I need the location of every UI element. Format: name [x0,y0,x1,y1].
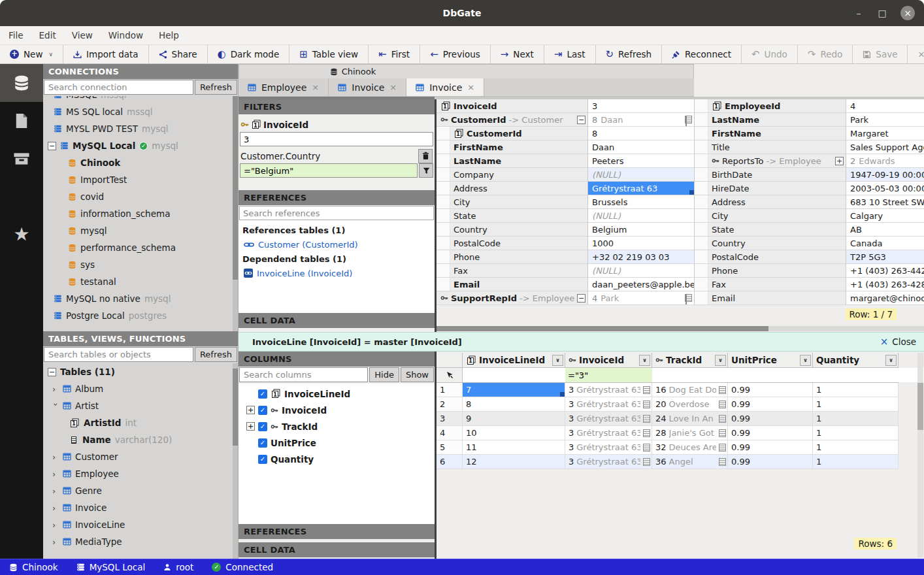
form-value-cell[interactable]: 1000 [588,237,695,250]
first-button[interactable]: ⇤First [369,45,420,63]
form-label-cell[interactable]: City [437,195,588,209]
connection-item[interactable]: performance_schema [43,239,238,256]
grid-cell[interactable]: 0.99 [728,397,813,412]
tab-invoice[interactable]: Invoice× [329,78,406,96]
table-item[interactable]: 1ArtistIdint [43,414,238,431]
grid-cell[interactable]: 3Grétrystraat 63 [565,426,652,440]
table-item[interactable]: −Tables (11) [43,363,238,380]
grid-cell[interactable]: 3Grétrystraat 63 [565,440,652,455]
connection-item[interactable]: mysql [43,222,238,239]
table-view-button[interactable]: ⊞Table view [289,45,369,63]
grid-cell[interactable]: 1 [813,455,899,469]
form-label-cell[interactable]: Address [437,182,588,195]
form-value-cell[interactable]: Sales Support Agent [846,140,924,154]
form-value-cell[interactable]: +32 02 219 03 03 [588,250,695,264]
grid-column-header[interactable]: InvoiceId∨ [565,353,652,368]
form-label-cell[interactable]: Phone [695,264,846,278]
hide-columns-button[interactable]: Hide [369,367,399,382]
menu-edit[interactable]: Edit [39,30,56,41]
tables-scrollbar[interactable] [233,363,238,559]
table-item[interactable]: ›Customer [43,448,238,465]
connection-item[interactable]: testanal [43,273,238,290]
tab-employee[interactable]: Employee× [239,78,329,96]
close-tab-icon[interactable]: × [312,82,319,92]
column-toggle-item[interactable]: ✓UnitPrice [242,435,431,451]
menu-help[interactable]: Help [159,30,179,41]
form-horizontal-scrollbar[interactable] [437,326,924,331]
form-label-cell[interactable]: State [437,209,588,223]
form-value-cell[interactable]: Belgium [588,223,695,237]
grid-cell[interactable]: 1 [813,412,899,426]
close-detail-button[interactable]: × Close [880,336,916,348]
grid-scrollbar[interactable] [917,353,923,557]
close-tab-icon[interactable]: × [389,82,397,92]
table-item[interactable]: ›MediaType [43,533,238,550]
column-menu-icon[interactable]: ∨ [715,355,726,366]
form-label-cell[interactable]: LastName [695,113,846,127]
form-value-cell[interactable]: margaret@chinoo [846,291,924,305]
form-label-cell[interactable]: 1EmployeeId [695,99,846,113]
lower-cell-data-header[interactable]: CELL DATA [239,542,435,557]
form-label-cell[interactable]: 1InvoiceId [437,99,588,113]
grid-cell[interactable]: 0.99 [728,426,813,440]
connection-item[interactable]: MSSQLmssql [43,96,238,103]
search-tables-input[interactable] [44,347,193,362]
grid-cell[interactable]: 3Grétrystraat 63 [565,412,652,426]
status-mysql-local[interactable]: MySQL Local [76,562,146,572]
grid-cell[interactable]: 12 [463,455,565,469]
form-label-cell[interactable]: PostalCode [437,237,588,250]
grid-cell[interactable]: 0.99 [728,455,813,469]
new-button[interactable]: +New∨ [0,45,63,63]
checkbox-checked-icon[interactable]: ✓ [258,389,267,399]
chevron-right-icon[interactable]: › [52,486,59,496]
chevron-right-icon[interactable]: › [52,384,59,394]
form-label-cell[interactable]: Address [695,195,846,209]
form-value-cell[interactable]: T2P 5G3 [846,250,924,264]
checkbox-checked-icon[interactable]: ✓ [258,422,267,431]
form-value-cell[interactable]: 4 [846,99,924,113]
checkbox-checked-icon[interactable]: ✓ [258,438,267,448]
refresh-button[interactable]: ↻Refresh [596,45,663,63]
grid-cell[interactable]: 10 [463,426,565,440]
form-label-cell[interactable]: Country [695,237,846,250]
grid-cell[interactable]: 0.99 [728,440,813,455]
form-value-cell[interactable]: +1 (403) 263-4423 [846,264,924,278]
form-label-cell[interactable]: PostalCode [695,250,846,264]
grid-cell[interactable]: 3Grétrystraat 63 [565,383,652,397]
collapse-icon[interactable]: − [48,142,56,150]
form-value-cell[interactable]: daan_peeters@apple.be [588,278,695,291]
form-value-cell[interactable]: Canada [846,237,924,250]
form-label-cell[interactable]: Fax [437,264,588,278]
form-value-cell[interactable]: (NULL) [588,209,695,223]
column-menu-icon[interactable]: ∨ [552,355,563,366]
dark-mode-button[interactable]: ◐Dark mode [208,45,290,63]
expand-icon[interactable]: + [835,157,844,165]
chevron-right-icon[interactable]: › [52,537,59,547]
form-label-cell[interactable]: Title [695,140,846,154]
redo-button[interactable]: ↷Redo [798,45,853,63]
form-label-cell[interactable]: LastName [437,154,588,168]
form-value-cell[interactable]: Margaret [846,127,924,140]
grid-cell[interactable]: 16Dog Eat Dog [652,383,728,397]
grid-cell[interactable]: 32Deuces Are W [652,440,728,455]
form-label-cell[interactable]: FirstName [695,127,846,140]
grid-cell[interactable]: 24Love In An El [652,412,728,426]
form-label-cell[interactable]: Company [437,168,588,182]
rail-item-files[interactable] [0,102,43,140]
share-button[interactable]: Share [149,45,208,63]
checkbox-checked-icon[interactable]: ✓ [258,455,267,464]
status-root[interactable]: root [163,562,193,572]
chevron-right-icon[interactable]: › [52,452,59,462]
grid-column-header[interactable]: UnitPrice∨ [728,353,813,368]
menu-file[interactable]: File [8,30,24,41]
grid-cell[interactable]: 28Janie's Got A [652,426,728,440]
grid-cell[interactable]: 9 [463,412,565,426]
form-label-cell[interactable]: Email [695,291,846,305]
fill-handle[interactable] [689,190,694,195]
form-label-cell[interactable]: 1CustomerId [437,127,588,140]
form-label-cell[interactable]: State [695,223,846,237]
form-value-cell[interactable]: 683 10 Street SW [846,195,924,209]
connection-item[interactable]: MYSL PWD TESTmysql [43,120,238,137]
connection-item[interactable]: MS SQL localmssql [43,103,238,120]
grid-cell[interactable]: 1 [813,397,899,412]
